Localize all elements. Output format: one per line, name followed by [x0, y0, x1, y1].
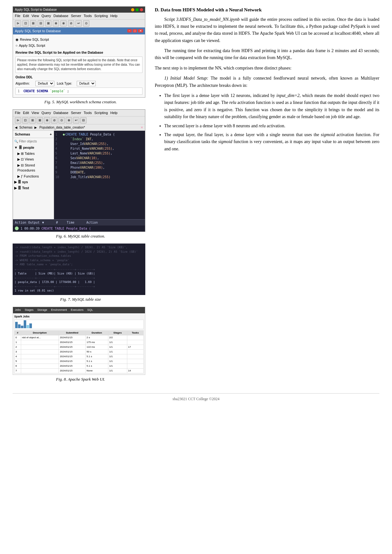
type-varchar6: VARCHAR [80, 165, 93, 170]
main-tb-3[interactable]: ⊞ [29, 117, 36, 123]
menu-query[interactable]: Query [41, 13, 51, 19]
type-varchar7: VARCHAR [87, 175, 101, 179]
minimize-btn[interactable] [131, 8, 134, 11]
lock-type-select[interactable]: Default [77, 81, 96, 86]
code-line-6: 6 Sex VARCHAR (10), [55, 156, 144, 160]
sidebar-views[interactable]: ▶ ⊡ Views [13, 156, 54, 162]
menu-view[interactable]: View [32, 13, 39, 19]
main-menu-help[interactable]: Help [110, 110, 118, 116]
spark-nav-storage[interactable]: Storage [37, 308, 47, 312]
menu-scripting[interactable]: Scripting [94, 13, 108, 19]
job-desc-4 [21, 354, 59, 359]
main-menu-edit[interactable]: Edit [23, 110, 29, 116]
code-editor[interactable]: 1 ● CREATE TABLE People_Data ( 2 `Index`… [54, 131, 145, 219]
tb-btn-5[interactable]: ⊠ [45, 20, 51, 27]
tb-btn-4[interactable]: ⊟ [38, 20, 44, 27]
main-menu-server[interactable]: Server [71, 110, 81, 116]
main-menu-file[interactable]: File [15, 110, 21, 116]
sidebar-sys-group[interactable]: ▶ 🗄 sys [13, 179, 54, 185]
code-line-1: 1 ● CREATE TABLE People_Data ( [55, 132, 144, 137]
spark-nav-sql[interactable]: SQL [87, 308, 93, 312]
size-footer: 1 row in set (0.01 sec) [15, 289, 143, 293]
fig5-caption: Fig. 5. MySQL workbench schema creation. [13, 99, 148, 105]
sidebar-people-group[interactable]: ▼ 🗄 people [13, 145, 54, 151]
tb-btn-9[interactable]: ↩ [75, 20, 82, 27]
main-tb-1[interactable]: ⊳ [15, 117, 21, 123]
tb-btn-2[interactable]: ⊡ [22, 20, 29, 27]
code-line-5: 5 Last_Name VARCHAR (255), [55, 151, 144, 156]
menu-database[interactable]: Database [53, 13, 68, 19]
sidebar-stored-procedures[interactable]: ▶ ⊟ Stored Procedures [13, 162, 54, 173]
maximize-btn[interactable] [136, 8, 139, 11]
sidebar-test-group[interactable]: ▶ 🗄 Test [13, 185, 54, 191]
algorithm-select[interactable]: Default [35, 81, 54, 86]
main-tb-7[interactable]: ⊙ [58, 117, 65, 123]
main-tb-6[interactable]: ⊘ [51, 117, 57, 123]
tb-btn-1[interactable]: ⊳ [15, 20, 21, 27]
lock-type-label: Lock Type: [57, 81, 74, 86]
spark-nav-stages[interactable]: Stages [25, 308, 33, 312]
radio-apply-icon: ○ [15, 43, 18, 48]
menu-file[interactable]: File [15, 13, 21, 19]
action-output-chevron-icon[interactable]: ▼ [42, 220, 44, 225]
bullet-item-3: The output layer, the final layer, is a … [164, 131, 379, 153]
sidebar-schemas-title: Schemas [15, 132, 30, 137]
main-menu-query[interactable]: Query [41, 110, 51, 116]
job-desc-5 [21, 359, 59, 364]
main-tb-2[interactable]: ⊡ [22, 117, 28, 123]
script-name: 3.HDFS_Data_to_model_NN.ipynb [176, 17, 240, 22]
tab-close-icon[interactable]: ✕ [141, 125, 143, 130]
toolbar: ⊳ ⊡ ⊞ ⊟ ⊠ ⊕ ⊗ ⊘ ↩ ⊙ [13, 20, 145, 27]
dialog-title: Apply SQL Script to Database [15, 28, 61, 34]
kw-table: TABLE [79, 132, 88, 137]
main-menu-view[interactable]: View [32, 110, 39, 116]
dialog-close[interactable]: ✕ [138, 29, 143, 33]
intro-para: Script 3.HDFS_Data_to_model_NN.ipynb wil… [155, 16, 379, 45]
dialog-minimize[interactable]: − [127, 29, 132, 33]
sidebar-functions[interactable]: ▶ ƒ Functions [13, 173, 54, 179]
table-row: 1 2024/01/15 175 ms 1/1 [15, 340, 144, 345]
sidebar-add-icon[interactable]: + [50, 132, 52, 137]
backtick-index: `Index` [70, 137, 84, 142]
spark-nav-environment[interactable]: Environment [51, 308, 67, 312]
dialog-content: ◉ Review SQL Script ○ Apply SQL Script R… [13, 34, 145, 97]
menu-server[interactable]: Server [71, 13, 81, 19]
sidebar-tables[interactable]: ▶ ⊞ Tables [13, 151, 54, 157]
tables-expand-icon: ▶ [17, 152, 20, 155]
spark-nav-executors[interactable]: Executors [71, 308, 83, 312]
close-icon[interactable] [140, 8, 143, 11]
main-tb-5[interactable]: ⊗ [44, 117, 50, 123]
job-dur-7: None [86, 369, 108, 373]
tb-btn-10[interactable]: ⊙ [83, 20, 89, 27]
main-menu-scripting[interactable]: Scripting [94, 110, 108, 116]
tb-btn-3[interactable]: ⊞ [30, 20, 36, 27]
job-stages-3: 1/1 [108, 350, 127, 354]
dialog-maximize[interactable]: □ [133, 29, 137, 33]
main-menu-database[interactable]: Database [53, 110, 68, 116]
radio-review[interactable]: ◉ Review SQL Script [15, 37, 142, 42]
tb-btn-6[interactable]: ⊕ [53, 20, 59, 27]
running-time-para: The running time for extracting data fro… [155, 47, 379, 62]
radio-apply[interactable]: ○ Apply SQL Script [15, 43, 142, 48]
main-tb-4[interactable]: ⊠ [37, 117, 43, 123]
main-menu-tools[interactable]: Tools [84, 110, 92, 116]
menu-tools[interactable]: Tools [84, 13, 92, 19]
figure-5: Apply SQL Script to Database File Edit V… [13, 6, 148, 105]
views-label: Views [25, 157, 34, 161]
ln-7: 7 [55, 160, 63, 165]
tb-btn-7[interactable]: ⊗ [60, 20, 67, 27]
col-jobid: # [15, 331, 21, 335]
main-toolbar: ⊳ ⊡ ⊞ ⊠ ⊗ ⊘ ⊙ ⊕ ↩ ⊟ [13, 117, 145, 124]
chevron-left-icon[interactable]: ◀ [15, 125, 17, 130]
tb-btn-8[interactable]: ⊘ [68, 20, 74, 27]
main-tb-8[interactable]: ⊕ [66, 117, 72, 123]
size-data-row: | people_data | 1729.00 | 1770490.00 | 1… [15, 280, 143, 285]
menu-help[interactable]: Help [110, 13, 118, 19]
sidebar-header: Schemas + [13, 131, 54, 138]
main-tb-9[interactable]: ↩ [73, 117, 79, 123]
spark-nav-jobs[interactable]: Jobs [15, 308, 21, 312]
menu-edit[interactable]: Edit [23, 13, 29, 19]
main-tb-10[interactable]: ⊟ [80, 117, 87, 123]
col-tasks: Tasks [127, 331, 143, 335]
people-db-icon: 🗄 [19, 145, 22, 150]
